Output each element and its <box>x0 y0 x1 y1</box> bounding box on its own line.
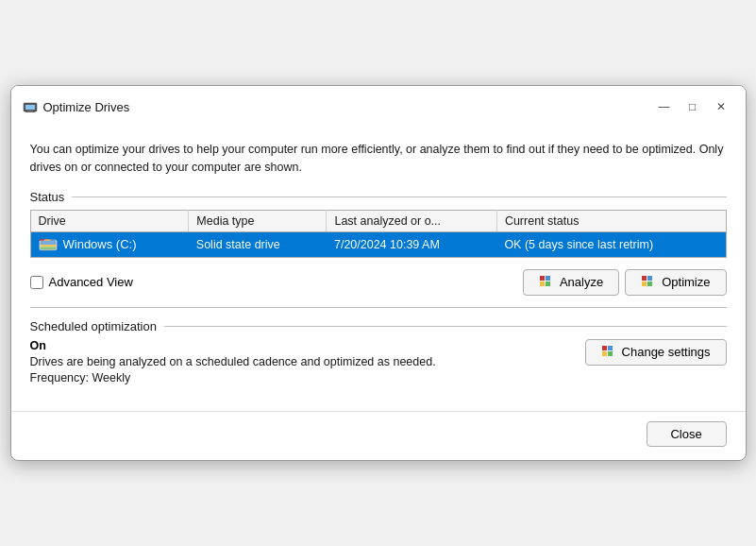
close-window-button[interactable]: ✕ <box>708 95 734 118</box>
table-row[interactable]: Windows (C:) Solid state drive 7/20/2024… <box>30 231 726 257</box>
change-settings-label: Change settings <box>622 345 711 359</box>
svg-rect-14 <box>546 282 550 286</box>
svg-rect-5 <box>40 241 56 245</box>
advanced-view-label[interactable]: Advanced View <box>30 275 133 289</box>
scheduled-desc: Drives are being analyzed on a scheduled… <box>30 355 585 368</box>
col-last-analyzed[interactable]: Last analyzed or o... <box>327 210 496 231</box>
svg-rect-19 <box>602 346 607 350</box>
separator <box>30 307 727 308</box>
svg-rect-15 <box>642 276 647 281</box>
analyze-label: Analyze <box>560 275 603 289</box>
svg-rect-3 <box>25 111 35 112</box>
current-status-cell: OK (5 days since last retrim) <box>496 231 726 257</box>
table-header-row: Drive Media type Last analyzed or o... C… <box>30 210 726 231</box>
footer: Close <box>11 411 746 460</box>
svg-rect-22 <box>608 351 613 356</box>
col-current-status[interactable]: Current status <box>496 210 726 231</box>
col-drive[interactable]: Drive <box>30 210 189 231</box>
title-bar-left: Optimize Drives <box>23 99 130 114</box>
analyze-icon <box>539 275 554 290</box>
scheduled-section-header: Scheduled optimization <box>30 319 727 333</box>
scheduled-section: Scheduled optimization On Drives are bei… <box>30 319 727 384</box>
window-icon <box>23 99 38 114</box>
svg-rect-10 <box>50 239 55 241</box>
close-button[interactable]: Close <box>647 421 727 447</box>
title-bar: Optimize Drives — □ ✕ <box>11 86 746 126</box>
svg-rect-13 <box>540 282 545 286</box>
change-settings-icon <box>601 345 616 360</box>
optimize-drives-window: Optimize Drives — □ ✕ You can optimize y… <box>10 85 747 461</box>
scheduled-label: Scheduled optimization <box>30 319 157 333</box>
svg-rect-7 <box>40 247 56 249</box>
scheduled-header-row: On Drives are being analyzed on a schedu… <box>30 339 727 384</box>
svg-rect-1 <box>25 105 35 110</box>
svg-rect-21 <box>602 351 607 356</box>
main-content: You can optimize your drives to help you… <box>11 126 746 403</box>
title-controls: — □ ✕ <box>651 95 734 118</box>
svg-rect-20 <box>608 346 613 350</box>
col-media-type[interactable]: Media type <box>189 210 327 231</box>
optimize-icon <box>641 275 656 290</box>
media-type-cell: Solid state drive <box>189 231 327 257</box>
minimize-button[interactable]: — <box>651 95 678 118</box>
drive-icon <box>39 237 58 252</box>
description-text: You can optimize your drives to help you… <box>30 141 727 177</box>
svg-rect-17 <box>642 282 647 286</box>
scheduled-status: On <box>30 339 585 352</box>
drive-name: Windows (C:) <box>63 237 137 251</box>
status-label: Status <box>30 190 65 204</box>
scheduled-info: On Drives are being analyzed on a schedu… <box>30 339 585 384</box>
svg-rect-12 <box>546 276 550 281</box>
last-analyzed-cell: 7/20/2024 10:39 AM <box>327 231 496 257</box>
advanced-view-checkbox[interactable] <box>30 276 43 289</box>
optimize-button[interactable]: Optimize <box>625 269 726 296</box>
bottom-controls: Advanced View Analyze <box>30 269 727 307</box>
action-buttons: Analyze Optimize <box>523 269 727 296</box>
svg-rect-16 <box>647 276 652 281</box>
drives-table: Drive Media type Last analyzed or o... C… <box>30 210 727 258</box>
drive-name-cell: Windows (C:) <box>30 231 189 257</box>
table-body: Windows (C:) Solid state drive 7/20/2024… <box>30 231 726 257</box>
window-title: Optimize Drives <box>43 100 130 114</box>
advanced-view-text: Advanced View <box>49 275 133 289</box>
close-label: Close <box>670 427 701 441</box>
optimize-label: Optimize <box>662 275 710 289</box>
maximize-button[interactable]: □ <box>680 95 706 118</box>
drive-cell: Windows (C:) <box>39 237 181 252</box>
scheduled-freq: Frequency: Weekly <box>30 371 585 384</box>
svg-rect-8 <box>39 239 43 241</box>
svg-rect-6 <box>40 245 56 247</box>
svg-rect-9 <box>44 239 49 241</box>
svg-rect-11 <box>540 276 545 281</box>
analyze-button[interactable]: Analyze <box>523 269 619 296</box>
change-settings-button[interactable]: Change settings <box>585 339 727 366</box>
svg-rect-18 <box>647 282 652 286</box>
status-section-header: Status <box>30 190 727 204</box>
